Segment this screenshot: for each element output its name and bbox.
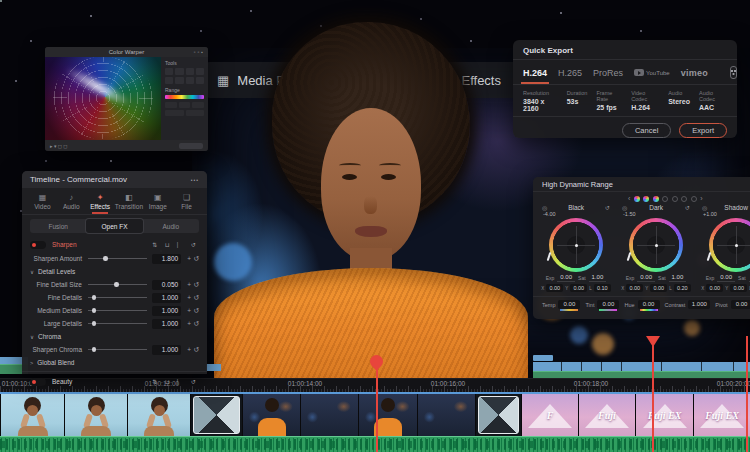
zone-dot[interactable]	[662, 196, 668, 202]
keyframe-add-icon[interactable]: +	[185, 281, 193, 288]
clip-thumbnail[interactable]: F	[521, 394, 578, 436]
cancel-button[interactable]: Cancel	[622, 123, 671, 138]
value-field[interactable]: 1.000	[152, 345, 181, 355]
tab-transition[interactable]: ◧ Transition	[114, 191, 143, 214]
format-h264[interactable]: H.264	[523, 68, 547, 78]
reset-icon[interactable]: ↺	[193, 307, 199, 315]
clip-thumbnail[interactable]	[417, 394, 475, 436]
y-value[interactable]: 0.00	[570, 284, 587, 292]
mini-video-track[interactable]	[533, 362, 750, 371]
reset-icon[interactable]: ↺	[193, 255, 199, 263]
effects-button[interactable]: Effects	[461, 73, 501, 88]
tab-image[interactable]: ▣ Image	[143, 191, 172, 214]
reset-icon[interactable]: ↺	[193, 320, 199, 328]
exp-value[interactable]: 0.00	[637, 274, 655, 282]
slider[interactable]	[88, 297, 147, 298]
clip-thumbnail[interactable]	[300, 394, 358, 436]
clip-thumbnail[interactable]: Fuji EX	[693, 394, 750, 436]
format-vimeo[interactable]: vimeo	[681, 68, 709, 78]
format-prores[interactable]: ProRes	[593, 68, 623, 78]
tab-audio[interactable]: ♪ Audio	[57, 191, 86, 214]
keyframe-add-icon[interactable]: +	[185, 320, 193, 327]
value-field[interactable]: 1.000	[152, 293, 181, 303]
value-field[interactable]: 1.000	[152, 306, 181, 316]
sat-value[interactable]: 1.00	[669, 274, 687, 282]
x-value[interactable]: 0.00	[626, 284, 643, 292]
slider-handle[interactable]	[92, 308, 97, 313]
tab-effects[interactable]: ✦ Effects	[86, 191, 115, 214]
hue-value[interactable]: 0.00	[638, 300, 660, 309]
x-value[interactable]: 0.00	[546, 284, 563, 292]
reset-icon[interactable]: ↺	[193, 294, 199, 302]
slider[interactable]	[88, 323, 147, 324]
export-button[interactable]: Export	[679, 123, 727, 138]
keyframe-add-icon[interactable]: +	[185, 294, 193, 301]
slider-handle[interactable]	[103, 256, 108, 261]
footer-button[interactable]	[179, 143, 203, 149]
exp-value[interactable]: 0.00	[557, 274, 575, 282]
keyframe-add-icon[interactable]: +	[185, 255, 193, 262]
sharpen-enable-toggle[interactable]	[30, 241, 46, 249]
sat-value[interactable]: 1.00	[589, 274, 607, 282]
exp-value[interactable]: 0.00	[717, 274, 735, 282]
next-zone-icon[interactable]: ›	[700, 195, 702, 202]
warper-value-row[interactable]	[165, 102, 204, 108]
edge-marker-line[interactable]	[746, 336, 748, 452]
inspector-titlebar[interactable]: Timeline - Commercial.mov •••	[22, 171, 207, 188]
value-field[interactable]: 0.050	[152, 280, 181, 290]
clip-thumbnail[interactable]	[0, 394, 64, 436]
section-detail-levels[interactable]: ∨ Detail Levels	[22, 265, 207, 278]
subtab-audio[interactable]: Audio	[143, 219, 199, 233]
clip-thumbnail[interactable]	[127, 394, 190, 436]
clip-thumbnail[interactable]	[358, 394, 417, 436]
reset-icon[interactable]: ↺	[193, 346, 199, 354]
wheel-mode-icon[interactable]: ◎	[622, 204, 627, 211]
window-controls-icon[interactable]: ▫▫▪	[194, 49, 205, 55]
color-wheel[interactable]	[709, 218, 750, 272]
format-youtube[interactable]: YouTube	[634, 69, 670, 76]
temp-value[interactable]: 0.00	[558, 300, 580, 309]
zone-dot[interactable]	[681, 196, 687, 202]
slider-handle[interactable]	[92, 347, 97, 352]
zone-dot[interactable]	[672, 196, 678, 202]
y-value[interactable]: 0.00	[650, 284, 667, 292]
color-warper-titlebar[interactable]: Color Warper ▫▫▪	[45, 47, 208, 57]
subtab-fusion[interactable]: Fusion	[30, 219, 86, 233]
keyframe-add-icon[interactable]: +	[185, 307, 193, 314]
clip-thumbnail[interactable]: Fuji	[578, 394, 635, 436]
tab-video[interactable]: ▦ Video	[28, 191, 57, 214]
zone-dot-active[interactable]	[653, 196, 659, 202]
more-options-icon[interactable]: •••	[191, 177, 199, 183]
wheel-mode-icon[interactable]: ◎	[702, 204, 707, 211]
zone-dot-active[interactable]	[643, 196, 649, 202]
subtab-openfx[interactable]: Open FX	[86, 219, 142, 233]
pivot-value[interactable]: 0.00	[731, 300, 750, 309]
playhead-line[interactable]	[376, 362, 378, 452]
zone-dot[interactable]	[691, 196, 697, 202]
color-wheel[interactable]	[629, 218, 683, 272]
footer-icons[interactable]: ▸ ▾ ◻ ◻	[50, 143, 68, 149]
format-h265[interactable]: H.265	[558, 68, 582, 78]
zone-dot-active[interactable]	[634, 196, 640, 202]
cross-dissolve-transition[interactable]	[475, 394, 521, 436]
slider[interactable]	[88, 258, 147, 259]
slider-handle[interactable]	[92, 321, 97, 326]
slider-handle[interactable]	[92, 295, 97, 300]
warper-value-row[interactable]	[165, 110, 204, 116]
section-chroma[interactable]: ∨ Chroma	[22, 330, 207, 343]
x-value[interactable]: 0.00	[706, 284, 723, 292]
color-wheel[interactable]	[549, 218, 603, 272]
reset-icon[interactable]: ↺	[193, 281, 199, 289]
hue-range-strip[interactable]	[165, 95, 204, 99]
clip-thumbnail[interactable]: Fuji EX	[635, 394, 693, 436]
value-field[interactable]: 1.800	[152, 254, 181, 264]
slider[interactable]	[88, 284, 147, 285]
wheel-mode-icon[interactable]: ◎	[542, 204, 547, 211]
keyframe-add-icon[interactable]: +	[185, 346, 193, 353]
cross-dissolve-transition[interactable]	[190, 394, 242, 436]
mini-clip[interactable]	[533, 355, 553, 361]
reset-icon[interactable]: ↺	[605, 204, 610, 211]
color-warper-scope[interactable]	[45, 57, 161, 140]
marker-line[interactable]	[652, 336, 654, 452]
beauty-enable-toggle[interactable]	[30, 378, 46, 386]
